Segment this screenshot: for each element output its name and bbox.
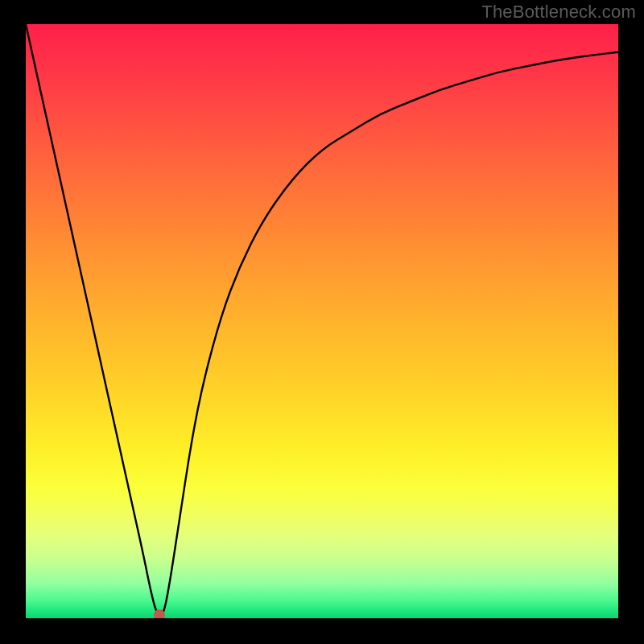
bottleneck-curve [26, 24, 618, 618]
plot-area [26, 24, 618, 618]
chart-frame: TheBottleneck.com [0, 0, 644, 644]
optimal-point-marker [154, 609, 165, 618]
watermark-text: TheBottleneck.com [481, 2, 636, 23]
